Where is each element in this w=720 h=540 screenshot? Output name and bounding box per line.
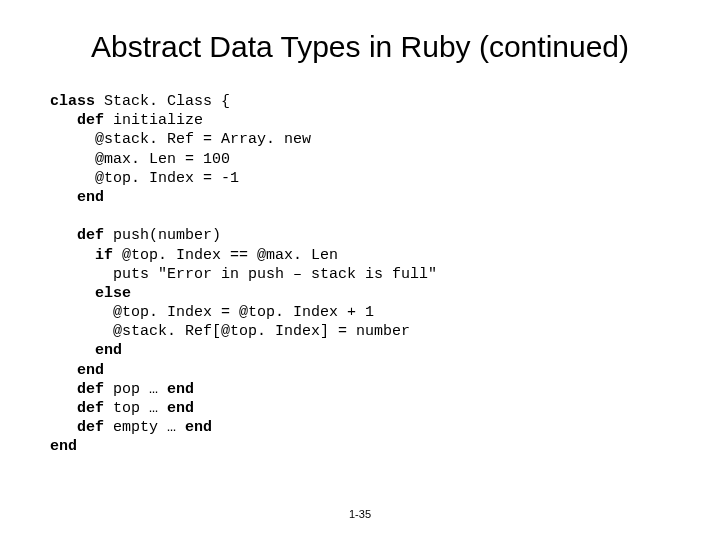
code-keyword: end [50, 189, 104, 206]
code-keyword: if [50, 247, 113, 264]
code-keyword: end [50, 438, 77, 455]
code-keyword: end [50, 342, 122, 359]
code-keyword: def [50, 227, 104, 244]
page-number: 1-35 [0, 508, 720, 520]
slide: Abstract Data Types in Ruby (continued) … [0, 0, 720, 540]
code-text: @stack. Ref[@top. Index] = number [50, 323, 410, 340]
code-text: @max. Len = 100 [50, 151, 230, 168]
code-text: pop … [104, 381, 167, 398]
code-keyword: def [50, 400, 104, 417]
code-keyword: def [50, 112, 104, 129]
code-keyword: end [167, 400, 194, 417]
code-keyword: end [185, 419, 212, 436]
code-text: top … [104, 400, 167, 417]
code-keyword: end [167, 381, 194, 398]
code-text: @stack. Ref = Array. new [50, 131, 311, 148]
code-block: class Stack. Class { def initialize @sta… [50, 92, 670, 457]
slide-title: Abstract Data Types in Ruby (continued) [50, 30, 670, 64]
code-text: @top. Index = -1 [50, 170, 239, 187]
code-text: empty … [104, 419, 185, 436]
code-keyword: else [50, 285, 131, 302]
code-text: puts "Error in push – stack is full" [50, 266, 437, 283]
code-keyword: def [50, 419, 104, 436]
code-text: @top. Index = @top. Index + 1 [50, 304, 374, 321]
code-keyword: def [50, 381, 104, 398]
code-text: push(number) [104, 227, 221, 244]
code-keyword: class [50, 93, 95, 110]
code-keyword: end [50, 362, 104, 379]
code-text: initialize [104, 112, 203, 129]
code-text: Stack. Class { [95, 93, 230, 110]
code-text: @top. Index == @max. Len [113, 247, 338, 264]
